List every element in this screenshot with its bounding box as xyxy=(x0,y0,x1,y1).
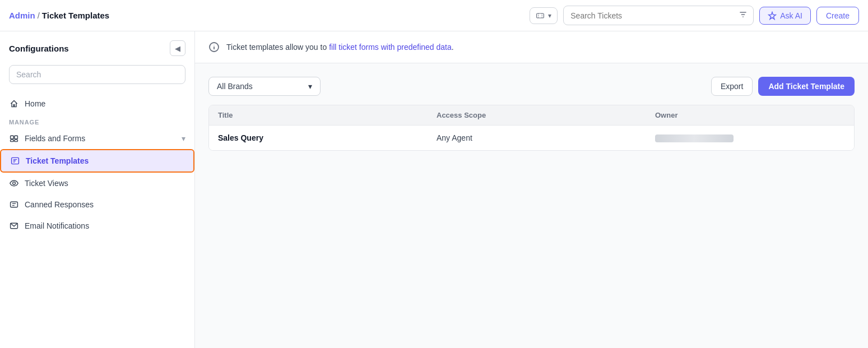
sidebar-header: Configurations ◀ xyxy=(0,40,194,65)
ask-ai-button[interactable]: Ask AI xyxy=(759,7,811,25)
info-icon xyxy=(208,41,220,53)
breadcrumb-separator: / xyxy=(38,11,40,20)
col-header-scope: Access Scope xyxy=(428,105,646,125)
chevron-down-icon: ▾ xyxy=(308,82,312,91)
ticket-templates-icon xyxy=(10,156,20,166)
row-owner xyxy=(646,126,854,150)
sidebar-item-ticket-templates[interactable]: Ticket Templates xyxy=(0,149,194,173)
home-icon xyxy=(9,99,19,109)
row-title: Sales Query xyxy=(209,126,428,150)
body-wrap: Configurations ◀ Home MANAGE xyxy=(0,31,868,348)
manage-section-label: MANAGE xyxy=(0,114,194,128)
brand-select[interactable]: All Brands ▾ xyxy=(208,77,321,96)
table-header: Title Access Scope Owner xyxy=(209,105,854,126)
info-banner: Ticket templates allow you to fill ticke… xyxy=(195,31,868,63)
svg-rect-3 xyxy=(11,140,14,141)
ai-icon xyxy=(768,11,777,20)
toolbar: All Brands ▾ Export Add Ticket Template xyxy=(208,77,855,96)
canned-responses-icon xyxy=(9,199,19,210)
export-button[interactable]: Export xyxy=(711,77,753,96)
header-actions: ▾ Ask AI Create xyxy=(530,6,859,25)
filter-button[interactable] xyxy=(733,6,753,25)
svg-rect-7 xyxy=(11,202,18,207)
ticket-views-label: Ticket Views xyxy=(25,179,185,188)
ticket-views-icon xyxy=(9,178,19,188)
sidebar-item-canned-responses[interactable]: Canned Responses xyxy=(0,194,194,215)
svg-rect-1 xyxy=(11,136,14,139)
owner-blurred-value xyxy=(655,134,734,142)
ticket-type-selector[interactable]: ▾ xyxy=(530,7,558,24)
email-notifications-icon xyxy=(9,221,19,231)
fields-forms-label: Fields and Forms xyxy=(25,134,176,143)
chevron-down-icon: ▾ xyxy=(548,12,551,20)
sidebar-item-email-notifications[interactable]: Email Notifications xyxy=(0,215,194,236)
filter-icon xyxy=(739,10,748,19)
main-content: Ticket templates allow you to fill ticke… xyxy=(195,31,868,348)
sidebar-title: Configurations xyxy=(9,44,69,53)
toolbar-right: Export Add Ticket Template xyxy=(711,77,855,96)
ticket-icon xyxy=(536,11,545,20)
sidebar-item-home[interactable]: Home xyxy=(0,93,194,114)
sidebar-search-input[interactable] xyxy=(9,65,185,84)
email-notifications-label: Email Notifications xyxy=(25,221,185,230)
sidebar-item-fields-forms[interactable]: Fields and Forms ▾ xyxy=(0,128,194,149)
admin-link[interactable]: Admin xyxy=(9,11,35,20)
header: Admin / Ticket Templates ▾ Ask AI C xyxy=(0,0,868,31)
chevron-down-icon: ▾ xyxy=(182,134,185,143)
ticket-templates-label: Ticket Templates xyxy=(26,156,184,165)
collapse-button[interactable]: ◀ xyxy=(170,40,185,56)
sidebar: Configurations ◀ Home MANAGE xyxy=(0,31,195,348)
collapse-icon: ◀ xyxy=(175,44,180,53)
create-button[interactable]: Create xyxy=(816,7,859,25)
content-area: All Brands ▾ Export Add Ticket Template … xyxy=(195,63,868,348)
table-row: Sales Query Any Agent xyxy=(209,126,854,150)
info-text: Ticket templates allow you to fill ticke… xyxy=(226,43,454,52)
fields-icon xyxy=(9,133,19,143)
info-highlight: fill ticket forms with predefined data xyxy=(329,43,452,52)
brand-select-label: All Brands xyxy=(217,82,253,91)
page-title: Ticket Templates xyxy=(42,11,109,20)
home-label: Home xyxy=(25,99,185,108)
search-tickets-input[interactable] xyxy=(564,7,733,24)
templates-table: Title Access Scope Owner Sales Query Any… xyxy=(208,105,855,151)
row-scope: Any Agent xyxy=(428,126,646,150)
breadcrumb: Admin / Ticket Templates xyxy=(9,11,109,20)
canned-responses-label: Canned Responses xyxy=(25,200,185,209)
sidebar-item-ticket-views[interactable]: Ticket Views xyxy=(0,173,194,194)
svg-point-6 xyxy=(13,182,16,185)
add-ticket-template-button[interactable]: Add Ticket Template xyxy=(758,77,855,96)
col-header-title: Title xyxy=(209,105,428,125)
search-tickets-wrap xyxy=(563,6,754,25)
svg-rect-4 xyxy=(15,140,18,141)
col-header-owner: Owner xyxy=(646,105,854,125)
svg-rect-2 xyxy=(15,136,18,139)
svg-rect-0 xyxy=(537,13,544,18)
